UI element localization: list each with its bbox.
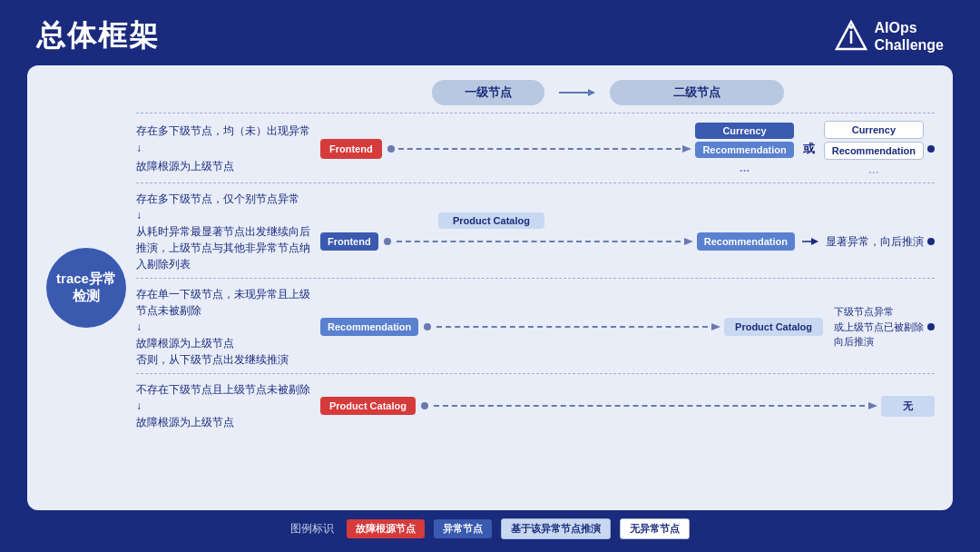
legend-box-blue-dark: 异常节点 [434, 519, 492, 538]
legend-item-2: 异常节点 [434, 519, 492, 538]
product-catalog-box-3: Product Catalog [724, 318, 823, 336]
endpoint-2 [927, 238, 935, 245]
level2-header: 二级节点 [610, 80, 784, 105]
recommendation-box-left: Recommendation [695, 142, 793, 158]
result-text-3: 下级节点异常 或上级节点已被剔除 向后推演 [834, 304, 924, 350]
product-catalog-box-4: Product Catalog [320, 397, 416, 415]
currency-box-left: Currency [695, 123, 793, 139]
section4-text: 不存在下级节点且上级节点未被剔除 ↓ 故障根源为上级节点 [136, 381, 313, 430]
section1-text: 存在多下级节点，均（未）出现异常 ↓ 故障根源为上级节点 [136, 123, 313, 175]
none-box: 无 [881, 396, 935, 417]
legend-label: 图例标识 [290, 521, 334, 537]
logo: AIOps Challenge [835, 19, 944, 54]
dashed-line-3 [436, 326, 708, 328]
or-text: 或 [803, 141, 815, 157]
section-3: 存在单一下级节点，未现异常且上级节点未被剔除 ↓ 故障根源为上级节点 否则，从下… [136, 278, 935, 373]
legend-item-4: 无异常节点 [620, 518, 690, 539]
dots-right: … [824, 163, 924, 177]
section2-flow: Product Catalog Frontend Recommendation … [320, 212, 935, 251]
legend-box-red: 故障根源节点 [347, 519, 425, 538]
level1-header: 一级节点 [432, 80, 544, 105]
endpoint-3 [927, 323, 935, 330]
arrow-icon-5 [868, 400, 877, 411]
frontend-box-2: Frontend [320, 232, 378, 251]
section1-flow: Frontend Currency Recommendation … 或 Cur… [320, 121, 935, 177]
dashed-line-4 [434, 405, 865, 407]
recommendation-box-right: Recommendation [824, 142, 924, 160]
header: 总体框架 AIOps Challenge [0, 0, 980, 65]
dashed-line-2 [397, 241, 681, 242]
trace-badge: trace异常检测 [46, 248, 126, 328]
page-title: 总体框架 [36, 16, 160, 56]
section3-text: 存在单一下级节点，未现异常且上级节点未被剔除 ↓ 故障根源为上级节点 否则，从下… [136, 286, 313, 368]
dot-4 [421, 402, 428, 409]
targets-left: Currency Recommendation … [695, 123, 793, 175]
legend-item-1: 故障根源节点 [347, 519, 425, 538]
svg-marker-4 [588, 89, 595, 96]
legend-box-blue-light: 基于该异常节点推演 [501, 518, 611, 539]
arrow-icon-4 [711, 321, 720, 332]
dot-3 [424, 323, 431, 330]
legend: 图例标识 故障根源节点 异常节点 基于该异常节点推演 无异常节点 [290, 518, 690, 539]
section2-text: 存在多下级节点，仅个别节点异常 ↓ 从耗时异常最显著节点出发继续向后推演，上级节… [136, 191, 313, 272]
recommendation-box-2: Recommendation [697, 232, 795, 251]
svg-point-2 [849, 25, 853, 29]
dot-1 [387, 145, 395, 153]
arrow-icon-3 [802, 236, 818, 247]
result-text-2: 显著异常，向后推演 [826, 234, 924, 250]
frontend-box-1: Frontend [320, 139, 382, 159]
legend-item-3: 基于该异常节点推演 [501, 518, 611, 539]
section-4: 不存在下级节点且上级节点未被剔除 ↓ 故障根源为上级节点 Product Cat… [136, 373, 935, 436]
recommendation-box-3: Recommendation [320, 318, 418, 336]
svg-marker-6 [684, 238, 693, 245]
dashed-line-1 [398, 148, 681, 150]
endpoint-1 [927, 145, 935, 153]
left-label: trace异常检测 [45, 80, 127, 496]
arrow-icon-1 [682, 143, 691, 154]
dots-left: … [695, 161, 793, 175]
main-card: trace异常检测 一级节点 二级节点 存在多下级节点，均（未）出现异常 ↓ 故… [27, 65, 953, 510]
targets-right: Currency Recommendation … [824, 121, 924, 177]
aiops-logo-icon [835, 20, 867, 53]
header-arrow-icon [559, 86, 595, 99]
svg-marker-8 [811, 238, 818, 245]
section3-flow: Recommendation Product Catalog 下级节点异常 或上… [320, 304, 935, 350]
product-catalog-box-2: Product Catalog [438, 212, 544, 229]
section4-flow: Product Catalog 无 [320, 396, 935, 417]
section-1: 存在多下级节点，均（未）出现异常 ↓ 故障根源为上级节点 Frontend Cu… [136, 113, 935, 182]
diagram-area: 一级节点 二级节点 存在多下级节点，均（未）出现异常 ↓ 故障根源为上级节点 F… [136, 80, 935, 496]
currency-box-right: Currency [824, 121, 924, 139]
dot-2 [384, 238, 391, 245]
svg-marker-10 [868, 402, 877, 409]
legend-box-white: 无异常节点 [620, 518, 690, 539]
svg-marker-9 [711, 323, 720, 330]
svg-marker-5 [682, 145, 691, 153]
section-2: 存在多下级节点，仅个别节点异常 ↓ 从耗时异常最显著节点出发继续向后推演，上级节… [136, 182, 935, 278]
arrow-icon-2 [684, 236, 693, 247]
logo-text: AIOps Challenge [875, 19, 944, 54]
